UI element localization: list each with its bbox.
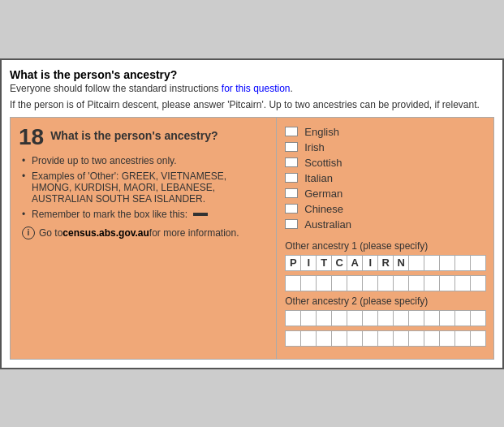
left-panel: 18 What is the person's ancestry? Provid… [11,118,276,359]
letter-cell [331,310,347,326]
letter-cell [393,310,409,326]
letter-cell [424,275,440,291]
letter-cell [470,275,486,291]
letter-cell [316,330,332,347]
letter-cell [439,255,455,271]
letter-cell: I [362,255,378,271]
letter-cell [393,275,409,291]
letter-cell: A [347,255,363,271]
letter-cell [300,310,317,326]
checkbox[interactable] [285,188,298,198]
info-line: i Go to census.abs.gov.au for more infor… [22,226,268,239]
letter-cell: R [377,255,394,271]
subtitle-prefix: Everyone should follow the standard inst… [10,83,222,94]
checkbox[interactable] [285,204,298,214]
letter-cell [362,330,378,347]
page-title: What is the person's ancestry? [10,68,494,81]
letter-cell [362,310,378,326]
letter-cell [285,275,301,291]
letter-cell [331,275,347,291]
letter-cell: I [300,255,317,271]
pitcairn-note: If the person is of Pitcairn descent, pl… [10,99,494,110]
letter-cell: C [331,255,347,271]
census-link[interactable]: census.abs.gov.au [62,227,149,239]
letter-cell: N [393,255,409,271]
header-section: What is the person's ancestry? Everyone … [10,68,494,94]
mark-example [193,213,208,216]
right-panel: EnglishIrishScottishItalianGermanChinese… [276,118,493,359]
letter-cell [408,275,424,291]
letter-cell: P [285,255,301,271]
letter-cell [439,330,455,347]
subtitle: Everyone should follow the standard inst… [10,83,494,94]
info-text-suffix: for more information. [149,227,239,239]
instruction-3: Remember to mark the box like this: [22,209,268,220]
question-number: 18 [19,126,44,149]
main-window: What is the person's ancestry? Everyone … [0,58,504,369]
letter-cell: T [316,255,332,271]
ancestry-options: EnglishIrishScottishItalianGermanChinese… [285,126,485,231]
ancestry-label: English [304,126,339,138]
ancestry-label: Scottish [304,157,342,169]
letter-cell [424,255,440,271]
letter-cell [408,255,424,271]
ancestry-label: Chinese [304,203,343,215]
letter-cell [377,330,394,347]
letter-cell [424,330,440,347]
other-ancestry-1-grid-row2 [285,275,485,291]
letter-cell [439,310,455,326]
letter-cell [300,275,317,291]
ancestry-option: Chinese [285,203,485,215]
ancestry-label: Irish [304,141,325,153]
checkbox[interactable] [285,157,298,167]
letter-cell [347,310,363,326]
letter-cell [393,330,409,347]
letter-cell [285,330,301,347]
instruction-2: Examples of 'Other': GREEK, VIETNAMESE, … [22,170,268,205]
letter-cell [285,310,301,326]
checkbox[interactable] [285,127,298,136]
letter-cell [316,275,332,291]
letter-cell [454,255,471,271]
letter-cell [347,330,363,347]
other-ancestry-1-grid: PITCAIRN [285,255,485,270]
checkbox[interactable] [285,219,298,229]
subtitle-suffix: . [291,83,293,94]
letter-cell [470,310,486,326]
letter-cell [439,275,455,291]
letter-cell [377,275,394,291]
other-ancestry-1-label: Other ancestry 1 (please specify) [285,240,485,252]
instructions: Provide up to two ancestries only. Examp… [19,155,268,239]
ancestry-option: Irish [285,141,485,153]
letter-cell [316,310,332,326]
ancestry-option: Scottish [285,157,485,169]
subtitle-link[interactable]: for this question [222,83,291,94]
ancestry-label: Italian [304,172,333,184]
letter-cell [470,330,486,347]
ancestry-option: English [285,126,485,138]
form-area: 18 What is the person's ancestry? Provid… [10,117,494,360]
ancestry-option: German [285,188,485,200]
letter-cell [454,275,471,291]
question-header: 18 What is the person's ancestry? [19,126,268,149]
letter-cell [377,310,394,326]
letter-cell [362,275,378,291]
letter-cell [300,330,317,347]
checkbox[interactable] [285,173,298,183]
info-icon: i [22,226,35,239]
other-ancestry-2-grid [285,310,485,326]
ancestry-label: Australian [304,218,351,231]
letter-cell [470,255,486,271]
instruction-1: Provide up to two ancestries only. [22,155,268,166]
other-ancestry-2-label: Other ancestry 2 (please specify) [285,295,485,307]
checkbox[interactable] [285,142,298,152]
letter-cell [347,275,363,291]
letter-cell [408,310,424,326]
letter-cell [454,310,471,326]
letter-cell [408,330,424,347]
ancestry-label: German [304,188,342,200]
ancestry-option: Australian [285,218,485,231]
ancestry-option: Italian [285,172,485,184]
other-ancestry-2-grid-row2 [285,330,485,346]
info-text-prefix: Go to [39,227,62,239]
